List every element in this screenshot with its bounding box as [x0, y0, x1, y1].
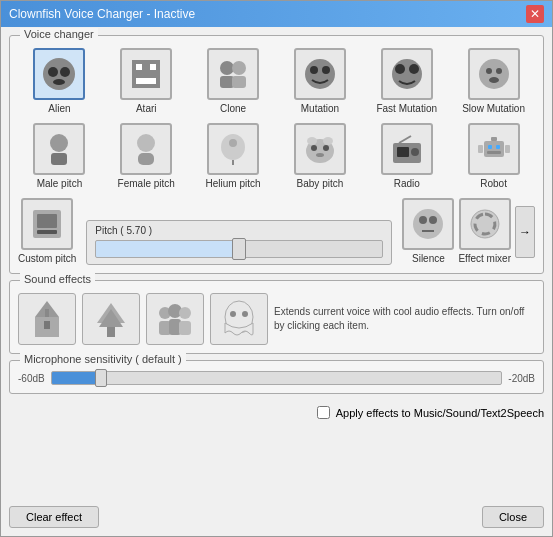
svg-rect-42	[487, 151, 501, 154]
voice-icon-male-pitch	[33, 123, 85, 175]
voice-icon-female-pitch	[120, 123, 172, 175]
mic-max-label: -20dB	[508, 373, 535, 384]
pitch-value-label: Pitch ( 5.70 )	[95, 225, 383, 236]
voice-icon-helium-pitch	[207, 123, 259, 175]
silence-effect-group: Silence Effect mixer →	[402, 198, 535, 265]
svg-rect-7	[136, 78, 156, 84]
voice-label-clone: Clone	[220, 103, 246, 115]
svg-point-20	[496, 68, 502, 74]
svg-rect-43	[491, 137, 497, 141]
mic-sensitivity-slider[interactable]	[51, 371, 503, 385]
svg-point-9	[232, 61, 246, 75]
svg-point-49	[413, 209, 443, 239]
voice-item-radio[interactable]: Radio	[365, 121, 448, 192]
voice-icon-silence	[402, 198, 454, 250]
pitch-control: Pitch ( 5.70 )	[86, 220, 392, 265]
voice-icon-custom-pitch	[21, 198, 73, 250]
voice-icon-robot	[468, 123, 520, 175]
voice-icon-slow-mutation	[468, 48, 520, 100]
voice-item-robot[interactable]: Robot	[452, 121, 535, 192]
window-close-button[interactable]: ✕	[526, 5, 544, 23]
voice-item-atari[interactable]: Atari	[105, 46, 188, 117]
voice-label-atari: Atari	[136, 103, 157, 115]
voice-label-slow-mutation: Slow Mutation	[462, 103, 525, 115]
svg-rect-66	[179, 321, 191, 335]
svg-rect-23	[51, 153, 67, 165]
voice-item-mutation[interactable]: Mutation	[279, 46, 362, 117]
voice-item-fast-mutation[interactable]: Fast Mutation	[365, 46, 448, 117]
voice-label-alien: Alien	[48, 103, 70, 115]
svg-point-12	[305, 59, 335, 89]
sound-effect-church[interactable]	[18, 293, 76, 345]
voice-label-radio: Radio	[394, 178, 420, 190]
clear-effect-button[interactable]: Clear effect	[9, 506, 99, 528]
voice-icon-mutation	[294, 48, 346, 100]
voice-changer-group: Voice changer Alien Atari	[9, 35, 544, 274]
apply-effects-checkbox[interactable]	[317, 406, 330, 419]
window-title: Clownfish Voice Changer - Inactive	[9, 7, 195, 21]
title-bar: Clownfish Voice Changer - Inactive ✕	[1, 1, 552, 27]
voice-icon-alien	[33, 48, 85, 100]
sound-effects-label: Sound effects	[20, 273, 95, 285]
voice-label-male-pitch: Male pitch	[37, 178, 83, 190]
voice-item-male-pitch[interactable]: Male pitch	[18, 121, 101, 192]
svg-point-32	[316, 153, 324, 157]
custom-pitch-item[interactable]: Custom pitch	[18, 198, 76, 265]
sound-effect-ghost[interactable]	[210, 293, 268, 345]
svg-rect-57	[45, 309, 49, 317]
voice-item-clone[interactable]: Clone	[192, 46, 275, 117]
voice-icon-radio	[381, 123, 433, 175]
voice-item-baby-pitch[interactable]: Baby pitch	[279, 121, 362, 192]
svg-rect-44	[478, 145, 483, 153]
microphone-group: Microphone sensitivity ( default ) -60dB…	[9, 360, 544, 394]
svg-rect-6	[150, 64, 156, 70]
svg-point-19	[486, 68, 492, 74]
main-window: Clownfish Voice Changer - Inactive ✕ Voi…	[0, 0, 553, 537]
sound-effect-crowd[interactable]	[146, 293, 204, 345]
svg-point-22	[50, 134, 68, 152]
svg-point-34	[323, 137, 333, 145]
microphone-group-label: Microphone sensitivity ( default )	[20, 353, 186, 365]
svg-point-1	[48, 67, 58, 77]
voice-icon-fast-mutation	[381, 48, 433, 100]
voice-item-helium-pitch[interactable]: Helium pitch	[192, 121, 275, 192]
svg-point-50	[419, 216, 427, 224]
voice-item-alien[interactable]: Alien	[18, 46, 101, 117]
expand-arrow-button[interactable]: →	[515, 206, 535, 258]
svg-point-31	[323, 145, 329, 151]
voice-changer-label: Voice changer	[20, 28, 98, 40]
svg-point-28	[229, 139, 237, 147]
voice-item-female-pitch[interactable]: Female pitch	[105, 121, 188, 192]
svg-point-3	[53, 79, 65, 85]
svg-point-13	[310, 66, 318, 74]
svg-point-2	[60, 67, 70, 77]
svg-point-30	[311, 145, 317, 151]
silence-item[interactable]: Silence	[402, 198, 454, 265]
svg-rect-36	[397, 147, 409, 157]
svg-point-69	[242, 311, 248, 317]
voice-label-female-pitch: Female pitch	[118, 178, 175, 190]
voice-label-baby-pitch: Baby pitch	[297, 178, 344, 190]
pitch-slider[interactable]	[95, 240, 383, 258]
svg-point-21	[489, 77, 499, 83]
svg-point-24	[137, 134, 155, 152]
svg-point-0	[43, 58, 75, 90]
effect-mixer-item[interactable]: Effect mixer	[458, 198, 511, 265]
svg-point-18	[479, 59, 509, 89]
voice-label-silence: Silence	[412, 253, 445, 265]
svg-rect-5	[136, 64, 142, 70]
svg-rect-40	[488, 145, 492, 149]
voice-label-custom-pitch: Custom pitch	[18, 253, 76, 265]
voice-icon-clone	[207, 48, 259, 100]
svg-rect-58	[107, 327, 115, 337]
sound-effects-content: Extends current voice with cool audio ef…	[18, 293, 535, 345]
svg-rect-25	[138, 153, 154, 165]
voice-grid: Alien Atari Clone	[18, 46, 535, 192]
mic-sensitivity-row: -60dB -20dB	[18, 371, 535, 385]
voice-label-helium-pitch: Helium pitch	[206, 178, 261, 190]
sound-effect-forest[interactable]	[82, 293, 140, 345]
voice-item-slow-mutation[interactable]: Slow Mutation	[452, 46, 535, 117]
main-content: Voice changer Alien Atari	[1, 27, 552, 500]
svg-point-68	[230, 311, 236, 317]
close-button[interactable]: Close	[482, 506, 544, 528]
